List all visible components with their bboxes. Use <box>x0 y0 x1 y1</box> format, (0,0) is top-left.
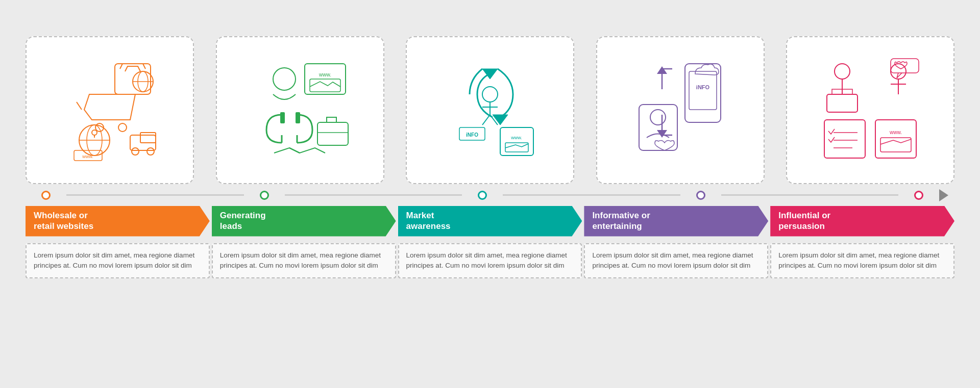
svg-rect-44 <box>827 94 857 112</box>
arrow-influential: Influential orpersuasion <box>770 206 954 237</box>
svg-text:www.: www. <box>319 72 332 77</box>
text-block-leads: Lorem ipsum dolor sit dim amet, mea regi… <box>212 243 396 279</box>
timeline-line-3 <box>503 194 680 196</box>
timeline-row <box>26 188 954 202</box>
text-block-influential: Lorem ipsum dolor sit dim amet, mea regi… <box>770 243 954 279</box>
svg-rect-48 <box>891 59 919 73</box>
svg-rect-21 <box>280 112 285 123</box>
arrow-awareness: Marketawareness <box>398 206 582 237</box>
awareness-icon: iNFO www. <box>434 54 546 166</box>
svg-rect-22 <box>296 112 300 123</box>
arrows-row: Wholesale orretail websites Generatingle… <box>26 203 954 239</box>
text-block-informative: Lorem ipsum dolor sit dim amet, mea regi… <box>584 243 768 279</box>
svg-text:iNFO: iNFO <box>466 132 478 138</box>
dot-2-wrapper <box>244 191 285 200</box>
timeline-dot-3 <box>478 191 487 200</box>
arrow-label-leads: Generatingleads <box>220 211 266 231</box>
svg-text:www.: www. <box>82 154 93 159</box>
body-text-awareness: Lorem ipsum dolor sit dim amet, mea regi… <box>406 250 574 272</box>
svg-point-5 <box>118 123 127 132</box>
svg-point-14 <box>147 148 154 155</box>
svg-line-28 <box>482 115 490 125</box>
cards-row: www. www. <box>26 21 954 184</box>
svg-point-10 <box>92 130 97 135</box>
svg-rect-20 <box>310 79 340 92</box>
svg-rect-40 <box>639 105 677 150</box>
timeline-dot-1 <box>41 191 51 200</box>
arrow-informative: Informative orentertaining <box>584 206 768 237</box>
svg-rect-55 <box>880 138 911 152</box>
text-block-awareness: Lorem ipsum dolor sit dim amet, mea regi… <box>398 243 582 279</box>
svg-line-6 <box>77 102 82 110</box>
timeline-dot-2 <box>260 191 269 200</box>
svg-marker-38 <box>657 66 667 74</box>
card-leads: www. <box>216 36 384 184</box>
arrow-label-influential: Influential orpersuasion <box>778 211 830 231</box>
svg-rect-12 <box>140 133 156 143</box>
card-informative: iNFO <box>596 36 765 184</box>
svg-point-17 <box>273 68 296 90</box>
text-section: Lorem ipsum dolor sit dim amet, mea regi… <box>26 243 954 279</box>
svg-point-41 <box>650 110 666 125</box>
timeline-line-2 <box>285 194 462 196</box>
svg-rect-49 <box>824 120 865 158</box>
informative-icon: iNFO <box>624 54 736 166</box>
arrow-label-wholesale: Wholesale orretail websites <box>34 211 93 231</box>
timeline-dot-5 <box>914 191 923 200</box>
timeline-dot-4 <box>696 191 705 200</box>
svg-text:www.: www. <box>510 135 522 140</box>
body-text-influential: Lorem ipsum dolor sit dim amet, mea regi… <box>778 250 946 272</box>
svg-point-13 <box>132 148 139 155</box>
body-text-informative: Lorem ipsum dolor sit dim amet, mea regi… <box>592 250 760 272</box>
arrow-leads: Generatingleads <box>212 206 396 237</box>
timeline-line-1 <box>66 194 244 196</box>
svg-text:www.: www. <box>889 130 902 135</box>
leads-icon: www. <box>243 54 356 166</box>
influential-icon: www. <box>814 54 926 166</box>
svg-rect-34 <box>505 143 528 152</box>
body-text-leads: Lorem ipsum dolor sit dim amet, mea regi… <box>220 250 388 272</box>
svg-point-25 <box>482 87 498 102</box>
text-block-wholesale: Lorem ipsum dolor sit dim amet, mea regi… <box>26 243 210 279</box>
dot-1-wrapper <box>26 191 66 200</box>
svg-rect-23 <box>317 122 348 145</box>
svg-rect-36 <box>689 71 717 110</box>
timeline-end-arrow <box>939 189 948 201</box>
arrow-label-awareness: Marketawareness <box>406 211 451 231</box>
dot-3-wrapper <box>462 191 503 200</box>
svg-point-42 <box>835 64 850 79</box>
ecommerce-icon: www. <box>54 54 166 166</box>
svg-text:iNFO: iNFO <box>696 84 710 90</box>
arrow-wholesale: Wholesale orretail websites <box>26 206 210 237</box>
infographic: www. www. <box>26 21 954 368</box>
card-influential: www. <box>786 36 954 184</box>
card-awareness: iNFO www. <box>406 36 574 184</box>
dot-4-wrapper <box>680 191 721 200</box>
arrow-label-informative: Informative orentertaining <box>592 211 650 231</box>
dot-5-wrapper <box>898 191 939 200</box>
card-wholesale: www. <box>26 36 194 184</box>
svg-rect-35 <box>685 64 721 122</box>
timeline-line-4 <box>721 194 899 196</box>
body-text-wholesale: Lorem ipsum dolor sit dim amet, mea regi… <box>34 250 202 272</box>
